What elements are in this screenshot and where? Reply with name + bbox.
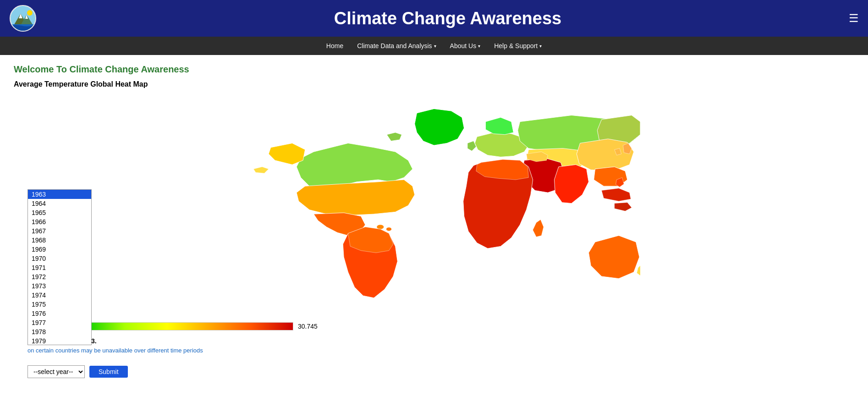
- legend-container: 30.745: [82, 322, 318, 330]
- year-list-item[interactable]: 1975: [28, 300, 91, 309]
- page-title: Climate Change Awareness: [37, 9, 859, 28]
- welcome-heading: Welcome To Climate Change Awareness: [14, 64, 854, 75]
- world-map: [228, 98, 640, 318]
- svg-point-11: [386, 227, 391, 231]
- map-title: Average Temperature Global Heat Map: [14, 80, 854, 88]
- year-list-item[interactable]: 1974: [28, 291, 91, 300]
- chevron-down-icon: ▾: [539, 44, 542, 49]
- nav-climate-data[interactable]: Climate Data and Analysis ▾: [357, 42, 436, 50]
- svg-point-10: [377, 225, 384, 229]
- nav-help-support[interactable]: Help & Support ▾: [494, 42, 542, 50]
- year-list-item[interactable]: 1964: [28, 199, 91, 208]
- chevron-down-icon: ▾: [478, 44, 480, 49]
- chevron-down-icon: ▾: [434, 44, 436, 49]
- nav-home[interactable]: Home: [326, 42, 343, 50]
- main-content: Welcome To Climate Change Awareness Aver…: [0, 55, 868, 387]
- svg-point-9: [27, 10, 33, 16]
- year-list-item[interactable]: 1976: [28, 309, 91, 318]
- year-list-item[interactable]: 1969: [28, 245, 91, 254]
- year-list-item[interactable]: 1973: [28, 281, 91, 291]
- map-container: [14, 98, 854, 318]
- year-list-item[interactable]: 1967: [28, 226, 91, 236]
- nav-about-us[interactable]: About Us ▾: [450, 42, 481, 50]
- year-dropdown[interactable]: --select year--1963196419651966196719681…: [27, 365, 85, 378]
- year-list-item[interactable]: 1971: [28, 263, 91, 272]
- year-list-item[interactable]: 1970: [28, 254, 91, 263]
- year-list-item[interactable]: 1979: [28, 336, 91, 345]
- header: Climate Change Awareness ☰: [0, 0, 868, 37]
- year-listbox-container: 1963196419651966196719681969197019711972…: [27, 189, 92, 345]
- year-list-item[interactable]: 1978: [28, 327, 91, 336]
- bottom-controls: --select year--1963196419651966196719681…: [14, 365, 128, 378]
- year-list-item[interactable]: 1963: [28, 190, 91, 199]
- year-list-item[interactable]: 1968: [28, 236, 91, 245]
- year-list-item[interactable]: 1965: [28, 208, 91, 217]
- navbar: Home Climate Data and Analysis ▾ About U…: [0, 37, 868, 55]
- year-listbox[interactable]: 1963196419651966196719681969197019711972…: [27, 189, 92, 345]
- year-list-item[interactable]: 1977: [28, 318, 91, 327]
- year-list-item[interactable]: 1972: [28, 272, 91, 281]
- year-list-item[interactable]: 1966: [28, 217, 91, 226]
- submit-button[interactable]: Submit: [89, 366, 128, 378]
- site-logo[interactable]: [9, 5, 37, 32]
- availability-note: on certain countries may be unavailable …: [27, 347, 203, 354]
- legend-max-value: 30.745: [298, 323, 318, 330]
- menu-icon[interactable]: ☰: [849, 12, 859, 25]
- temperature-legend-bar: [82, 322, 293, 330]
